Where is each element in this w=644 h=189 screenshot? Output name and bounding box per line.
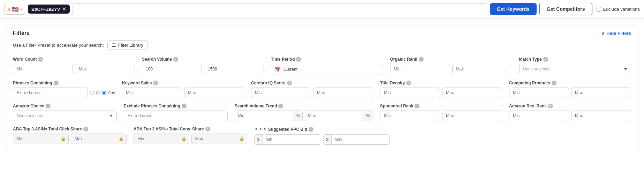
competing-products-max-input[interactable] bbox=[571, 88, 631, 98]
organic-rank-min-input[interactable] bbox=[390, 64, 450, 74]
amazon-rec-rank-filter: Amazon Rec. Rank i bbox=[509, 104, 631, 121]
title-density-min-input[interactable] bbox=[380, 88, 440, 98]
aba-click-min-input bbox=[13, 134, 69, 144]
ppc-bid-info-icon[interactable]: i bbox=[309, 127, 313, 132]
lock-icon-aba-conv-min: 🔒 bbox=[181, 136, 187, 141]
get-competitors-button[interactable]: Get Competitors bbox=[539, 3, 592, 15]
cerebro-iq-label: Cerebro IQ Score i bbox=[251, 81, 373, 85]
search-volume-trend-max-input[interactable] bbox=[305, 111, 363, 121]
chevron-down-icon: ▾ bbox=[20, 7, 22, 11]
search-volume-info-icon[interactable]: i bbox=[173, 57, 178, 62]
remove-asin-button[interactable]: ✕ bbox=[62, 6, 66, 12]
word-count-label: Word Count i bbox=[13, 57, 135, 62]
exclude-phrases-input[interactable] bbox=[124, 111, 228, 121]
topbar: a 🇺🇸 ▾ B0CFFZ9ZYV ✕ Get Keywords Get Com… bbox=[0, 0, 644, 18]
filter-preset-row: Use a Filter Preset to accelerate your s… bbox=[13, 40, 631, 50]
word-count-min-input[interactable] bbox=[13, 64, 73, 74]
keyword-sales-max-input[interactable] bbox=[184, 88, 244, 98]
radio-all[interactable] bbox=[90, 91, 94, 95]
cerebro-iq-info-icon[interactable]: i bbox=[287, 81, 292, 85]
flag-icon: 🇺🇸 bbox=[12, 6, 19, 13]
search-volume-trend-min-input[interactable] bbox=[235, 111, 293, 121]
amazon-logo-icon: a bbox=[7, 6, 10, 13]
ppc-chart-icon: ⚬⚬⚬ bbox=[254, 127, 267, 132]
phrases-containing-input[interactable] bbox=[13, 88, 88, 98]
aba-conv-share-label: ABA Top 3 ASINs Total Conv. Share i bbox=[134, 127, 247, 131]
filter-grid-row1: Word Count i Search Volume i Time Period bbox=[13, 57, 631, 75]
amazon-rec-rank-info-icon[interactable]: i bbox=[548, 104, 553, 108]
hide-filters-button[interactable]: ∧ Hide Filters bbox=[601, 31, 631, 36]
keyword-sales-label: Keyword Sales i bbox=[122, 81, 244, 85]
filters-panel: Filters ∧ Hide Filters Use a Filter Pres… bbox=[6, 24, 638, 152]
word-count-max-input[interactable] bbox=[75, 64, 135, 74]
organic-rank-max-input[interactable] bbox=[452, 64, 512, 74]
aba-conv-min-input bbox=[134, 134, 189, 144]
search-volume-trend-filter: Search Volume Trend i % % bbox=[235, 104, 373, 121]
aba-conv-info-icon[interactable]: i bbox=[205, 127, 210, 131]
amazon-choice-info-icon[interactable]: i bbox=[46, 104, 51, 108]
match-type-info-icon[interactable]: i bbox=[543, 57, 548, 62]
competing-products-filter: Competing Products i bbox=[509, 81, 631, 98]
ppc-bid-max-wrapper: $ bbox=[323, 134, 390, 145]
amazon-choice-filter: Amazon Choice i None selected Yes No bbox=[13, 104, 117, 121]
time-period-input[interactable]: 📅 Current bbox=[271, 64, 383, 75]
radio-any[interactable] bbox=[102, 91, 106, 95]
sponsored-rank-info-icon[interactable]: i bbox=[415, 104, 419, 108]
competing-products-min-input[interactable] bbox=[509, 88, 569, 98]
aba-click-max-wrapper: 🔒 bbox=[71, 134, 127, 144]
sponsored-rank-label: Sponsored Rank i bbox=[380, 104, 502, 108]
search-volume-label: Search Volume i bbox=[142, 57, 264, 62]
amazon-choice-select[interactable]: None selected Yes No bbox=[13, 111, 117, 121]
keyword-comparison-input[interactable] bbox=[73, 3, 487, 15]
phrases-containing-filter: Phrases Containing i All Any bbox=[13, 81, 115, 98]
sponsored-rank-min-input[interactable] bbox=[380, 111, 440, 121]
exclude-phrases-info-icon[interactable]: i bbox=[182, 104, 187, 108]
search-volume-max-input[interactable] bbox=[204, 64, 264, 74]
filter-grid-row2: Phrases Containing i All Any Keyword Sal… bbox=[13, 81, 631, 98]
competing-products-label: Competing Products i bbox=[509, 81, 631, 85]
exclude-phrases-filter: Exclude Phrases Containing i bbox=[124, 104, 228, 121]
ppc-bid-min-input[interactable] bbox=[263, 135, 321, 144]
radio-all-label: All bbox=[96, 90, 100, 95]
search-volume-trend-min-wrapper: % bbox=[235, 111, 303, 121]
get-keywords-button[interactable]: Get Keywords bbox=[490, 3, 537, 15]
cerebro-iq-max-input[interactable] bbox=[313, 88, 373, 98]
title-density-max-input[interactable] bbox=[442, 88, 502, 98]
sponsored-rank-max-input[interactable] bbox=[442, 111, 502, 121]
time-period-filter: Time Period i 📅 Current bbox=[271, 57, 383, 75]
competing-products-info-icon[interactable]: i bbox=[552, 81, 556, 85]
time-period-label: Time Period i bbox=[271, 57, 383, 62]
cerebro-iq-min-input[interactable] bbox=[251, 88, 311, 98]
dollar-prefix-min: $ bbox=[255, 135, 263, 144]
filter-grid-row3: Amazon Choice i None selected Yes No Exc… bbox=[13, 104, 631, 121]
phrases-containing-label: Phrases Containing i bbox=[13, 81, 115, 85]
title-density-info-icon[interactable]: i bbox=[406, 81, 411, 85]
aba-click-info-icon[interactable]: i bbox=[83, 127, 88, 131]
aba-conv-max-input bbox=[191, 134, 247, 144]
dollar-prefix-max: $ bbox=[324, 135, 332, 144]
amazon-rec-rank-min-input[interactable] bbox=[509, 111, 569, 121]
search-volume-trend-label: Search Volume Trend i bbox=[235, 104, 373, 108]
match-type-select[interactable]: None selected Exact Broad Phrase bbox=[519, 64, 631, 74]
exclude-variations-checkbox[interactable] bbox=[597, 7, 601, 12]
aba-conv-min-wrapper: 🔒 bbox=[134, 134, 189, 144]
organic-rank-info-icon[interactable]: i bbox=[419, 57, 424, 62]
phrases-containing-info-icon[interactable]: i bbox=[54, 81, 59, 85]
aba-conv-max-wrapper: 🔒 bbox=[191, 134, 247, 144]
filter-grid-row4: ABA Top 3 ASINs Total Click Share i 🔒 🔒 … bbox=[13, 127, 631, 145]
word-count-info-icon[interactable]: i bbox=[38, 57, 43, 62]
match-type-label: Match Type i bbox=[519, 57, 631, 62]
keyword-sales-min-input[interactable] bbox=[122, 88, 182, 98]
search-volume-trend-info-icon[interactable]: i bbox=[278, 104, 283, 108]
amazon-marketplace-selector[interactable]: a 🇺🇸 ▾ bbox=[4, 4, 25, 15]
keyword-sales-info-icon[interactable]: i bbox=[153, 81, 158, 85]
amazon-rec-rank-max-input[interactable] bbox=[571, 111, 631, 121]
time-period-info-icon[interactable]: i bbox=[296, 57, 301, 62]
filter-library-button[interactable]: ☰ Filter Library bbox=[107, 40, 148, 50]
radio-any-label: Any bbox=[108, 90, 115, 95]
search-volume-min-input[interactable] bbox=[142, 64, 202, 74]
lock-icon-aba-conv-max: 🔒 bbox=[239, 136, 244, 141]
word-count-filter: Word Count i bbox=[13, 57, 135, 75]
aba-click-max-input bbox=[71, 134, 127, 144]
ppc-bid-max-input[interactable] bbox=[332, 135, 389, 144]
